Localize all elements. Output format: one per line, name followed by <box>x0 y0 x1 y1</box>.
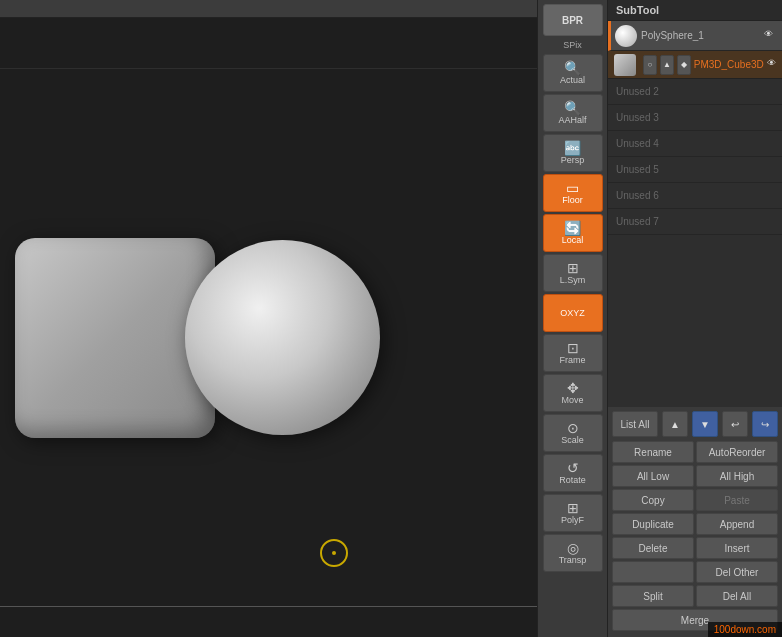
mini-ctrl-a[interactable]: ▲ <box>660 55 674 75</box>
subtool-name: PolySphere_1 <box>641 30 764 41</box>
subtool-item-unused2[interactable]: Unused 2 <box>608 79 782 105</box>
list-all-button[interactable]: List All <box>612 411 658 437</box>
tool-rotate[interactable]: ↺ Rotate <box>543 454 603 492</box>
polyf-icon: ⊞ <box>567 501 579 515</box>
frame-icon: ⊡ <box>567 341 579 355</box>
alllow-row: All Low All High <box>612 465 778 487</box>
tool-local[interactable]: 🔄 Local <box>543 214 603 252</box>
tool-xyz[interactable]: OXYZ <box>543 294 603 332</box>
arrow-left-button[interactable]: ↩ <box>722 411 748 437</box>
local-icon: 🔄 <box>564 221 581 235</box>
top-bar <box>0 0 537 18</box>
scale-icon: ⊙ <box>567 421 579 435</box>
tool-move[interactable]: ✥ Move <box>543 374 603 412</box>
main-area <box>0 0 537 637</box>
append-button[interactable]: Append <box>696 513 778 535</box>
tool-polyf[interactable]: ⊞ PolyF <box>543 494 603 532</box>
bpr-button[interactable]: BPR <box>543 4 603 36</box>
copy-row: Copy Paste <box>612 489 778 511</box>
copy-button[interactable]: Copy <box>612 489 694 511</box>
delete-button[interactable]: Delete <box>612 537 694 559</box>
subtool-item-unused4[interactable]: Unused 4 <box>608 131 782 157</box>
insert-button[interactable]: Insert <box>696 537 778 559</box>
floor-icon: ▭ <box>566 181 579 195</box>
eye-icon-active[interactable]: 👁 <box>767 58 776 72</box>
rename-button[interactable]: Rename <box>612 441 694 463</box>
subtool-header: SubTool <box>608 0 782 21</box>
tool-frame[interactable]: ⊡ Frame <box>543 334 603 372</box>
spix-label: SPix <box>563 40 582 50</box>
tool-scale[interactable]: ⊙ Scale <box>543 414 603 452</box>
spacer-empty <box>612 561 694 583</box>
del-row: Del Other <box>612 561 778 583</box>
sphere-object <box>185 240 380 435</box>
viewport[interactable] <box>0 18 537 637</box>
subtool-buttons: List All ▲ ▼ ↩ ↪ Rename AutoReorder All … <box>608 407 782 637</box>
persp-icon: 🔤 <box>564 141 581 155</box>
transp-icon: ◎ <box>567 541 579 555</box>
tool-transp[interactable]: ◎ Transp <box>543 534 603 572</box>
duplicate-button[interactable]: Duplicate <box>612 513 694 535</box>
subtool-item-unused5[interactable]: Unused 5 <box>608 157 782 183</box>
actual-icon: 🔍 <box>564 61 581 75</box>
tool-aahalf[interactable]: 🔍 AAHalf <box>543 94 603 132</box>
subtool-list: PolySphere_1 👁 ○ ▲ ◆ PM3D_Cube3D 👁 Unuse… <box>608 21 782 407</box>
rotate-icon: ↺ <box>567 461 579 475</box>
subtool-panel: SubTool PolySphere_1 👁 ○ ▲ ◆ PM3D_Cube3D… <box>607 0 782 637</box>
lsym-icon: ⊞ <box>567 261 579 275</box>
floor-line <box>0 606 537 607</box>
list-all-row: List All ▲ ▼ ↩ ↪ <box>612 411 778 437</box>
del-other-button[interactable]: Del Other <box>696 561 778 583</box>
tool-actual[interactable]: 🔍 Actual <box>543 54 603 92</box>
tool-persp[interactable]: 🔤 Persp <box>543 134 603 172</box>
arrow-right-button[interactable]: ↪ <box>752 411 778 437</box>
del-all-button[interactable]: Del All <box>696 585 778 607</box>
subtool-thumb-cube <box>614 54 636 76</box>
paste-button[interactable]: Paste <box>696 489 778 511</box>
auto-reorder-button[interactable]: AutoReorder <box>696 441 778 463</box>
watermark: 100down.com <box>708 622 782 637</box>
subtool-item-unused3[interactable]: Unused 3 <box>608 105 782 131</box>
all-low-button[interactable]: All Low <box>612 465 694 487</box>
delall-row: Split Del All <box>612 585 778 607</box>
tool-lsym[interactable]: ⊞ L.Sym <box>543 254 603 292</box>
arrow-down-button[interactable]: ▼ <box>692 411 718 437</box>
subtool-item-active[interactable]: ○ ▲ ◆ PM3D_Cube3D 👁 <box>608 51 782 79</box>
subtool-item-unused7[interactable]: Unused 7 <box>608 209 782 235</box>
circle-indicator <box>320 539 348 567</box>
all-high-button[interactable]: All High <box>696 465 778 487</box>
subtool-item[interactable]: PolySphere_1 👁 <box>608 21 782 51</box>
arrow-up-button[interactable]: ▲ <box>662 411 688 437</box>
rename-row: Rename AutoReorder <box>612 441 778 463</box>
eye-icon[interactable]: 👁 <box>764 29 778 43</box>
split-button[interactable]: Split <box>612 585 694 607</box>
active-item-name: PM3D_Cube3D <box>694 59 764 70</box>
insert-row: Delete Insert <box>612 537 778 559</box>
tools-panel: BPR SPix 🔍 Actual 🔍 AAHalf 🔤 Persp ▭ Flo… <box>537 0 607 637</box>
tool-floor[interactable]: ▭ Floor <box>543 174 603 212</box>
mini-ctrl-b[interactable]: ◆ <box>677 55 691 75</box>
aahalf-icon: 🔍 <box>564 101 581 115</box>
mini-ctrl-toggle[interactable]: ○ <box>643 55 657 75</box>
subtool-thumb-sphere <box>615 25 637 47</box>
subtool-item-unused6[interactable]: Unused 6 <box>608 183 782 209</box>
move-icon: ✥ <box>567 381 579 395</box>
scene-container <box>0 68 537 607</box>
dup-row: Duplicate Append <box>612 513 778 535</box>
